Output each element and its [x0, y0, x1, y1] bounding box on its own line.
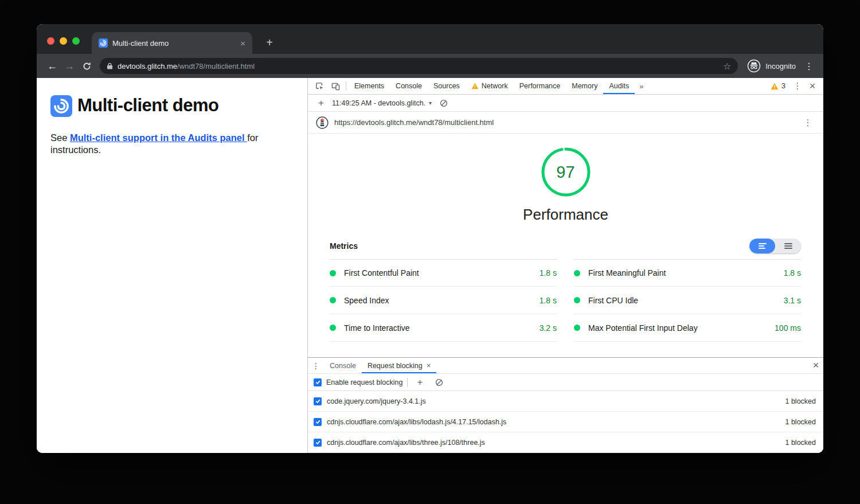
category-title: Performance: [523, 206, 608, 224]
metric-label: Time to Interactive: [344, 323, 410, 333]
page-logo-icon: [50, 95, 72, 117]
toolbar-separator: [346, 81, 346, 91]
drawer-tab-console[interactable]: Console: [324, 358, 362, 373]
performance-score: 97: [540, 146, 592, 198]
blocked-request-row[interactable]: cdnjs.cloudflare.com/ajax/libs/lodash.js…: [308, 412, 823, 432]
enable-request-blocking-label: Enable request blocking: [326, 378, 402, 386]
metric-pass-icon: [574, 325, 580, 331]
back-icon[interactable]: ←: [44, 57, 61, 75]
metrics-toggle-relative-icon[interactable]: [749, 239, 775, 253]
warning-icon: [771, 83, 779, 90]
blocked-request-row[interactable]: cdnjs.cloudflare.com/ajax/libs/three.js/…: [308, 432, 823, 453]
blocked-pattern-url: code.jquery.com/jquery-3.4.1.js: [327, 397, 426, 405]
remove-all-patterns-icon[interactable]: [432, 378, 447, 386]
tab-network-label: Network: [482, 82, 508, 90]
url-path: /wndt78/multiclient.html: [177, 62, 255, 71]
drawer-tab-request-blocking[interactable]: Request blocking ×: [362, 358, 437, 373]
new-audit-icon[interactable]: +: [314, 97, 329, 109]
reload-icon[interactable]: [78, 57, 95, 75]
console-warning-counter[interactable]: 3: [771, 82, 785, 90]
close-window-button[interactable]: [47, 37, 54, 45]
lighthouse-report: 97 Performance Metrics: [308, 134, 823, 357]
lighthouse-icon: [316, 116, 329, 129]
drawer-close-icon[interactable]: ×: [808, 358, 823, 373]
blocked-pattern-checkbox[interactable]: [314, 397, 322, 405]
zoom-window-button[interactable]: [72, 37, 80, 45]
metric-label: First CPU Idle: [588, 296, 638, 305]
metric-label: Speed Index: [344, 296, 389, 305]
metric-label: First Meaningful Paint: [588, 268, 666, 278]
incognito-badge: Incognito: [747, 59, 796, 73]
tab-favicon-icon: [99, 38, 108, 48]
tab-sources[interactable]: Sources: [428, 78, 466, 94]
device-toolbar-icon[interactable]: [327, 78, 343, 94]
metric-label: Max Potential First Input Delay: [588, 323, 698, 333]
audits-support-link[interactable]: Multi-client support in the Audits panel: [70, 132, 247, 143]
devtools-panel: Elements Console Sources Network Perform…: [308, 78, 823, 453]
devtools-menu-icon[interactable]: ⋮: [790, 78, 805, 94]
report-url: https://devtools.glitch.me/wndt78/multic…: [334, 118, 494, 127]
dropdown-caret-icon: ▾: [429, 100, 432, 106]
metric-row: Speed Index 1.8 s: [330, 287, 557, 314]
blocked-pattern-checkbox[interactable]: [314, 439, 322, 447]
clear-audits-icon[interactable]: [436, 99, 451, 107]
tab-memory[interactable]: Memory: [566, 78, 603, 94]
blocked-pattern-url: cdnjs.cloudflare.com/ajax/libs/lodash.js…: [327, 418, 506, 426]
blocked-count: 1 blocked: [785, 418, 816, 426]
metric-value: 1.8 s: [540, 268, 557, 278]
metrics-heading: Metrics: [330, 241, 358, 251]
metric-pass-icon: [330, 297, 336, 303]
metric-pass-icon: [574, 270, 580, 276]
web-page: Multi-client demo See Multi-client suppo…: [37, 78, 308, 453]
url-text: devtools.glitch.me/wndt78/multiclient.ht…: [118, 62, 255, 71]
metric-label: First Contentful Paint: [344, 268, 419, 278]
tab-network[interactable]: Network: [466, 78, 514, 94]
tab-title: Multi-client demo: [112, 39, 236, 48]
metrics-section: Metrics First Co: [308, 224, 823, 342]
browser-window: Multi-client demo × + ← → devtools.glitc…: [37, 24, 823, 453]
tab-console[interactable]: Console: [390, 78, 428, 94]
devtools-close-icon[interactable]: ×: [805, 78, 820, 94]
browser-menu-icon[interactable]: ⋮: [802, 61, 816, 72]
tab-close-icon[interactable]: ×: [240, 39, 245, 48]
bookmark-star-icon[interactable]: ☆: [723, 61, 731, 72]
tab-elements[interactable]: Elements: [349, 78, 390, 94]
metric-value: 3.1 s: [784, 296, 801, 305]
incognito-label: Incognito: [765, 62, 796, 71]
add-pattern-icon[interactable]: +: [412, 374, 427, 390]
inspect-element-icon[interactable]: [311, 78, 327, 94]
blocked-count: 1 blocked: [785, 439, 816, 447]
enable-request-blocking-checkbox[interactable]: [314, 378, 322, 386]
warning-icon: [471, 83, 479, 89]
performance-score-gauge[interactable]: 97: [540, 146, 592, 198]
drawer-tab-close-icon[interactable]: ×: [427, 361, 431, 370]
paragraph-text-before: See: [50, 132, 70, 143]
more-tabs-icon[interactable]: »: [635, 82, 648, 91]
forward-icon[interactable]: →: [61, 57, 78, 75]
content-area: Multi-client demo See Multi-client suppo…: [37, 78, 823, 453]
metric-value: 100 ms: [775, 323, 801, 333]
metric-row: Max Potential First Input Delay 100 ms: [574, 314, 801, 342]
report-menu-icon[interactable]: ⋮: [800, 112, 815, 133]
metrics-grid: First Contentful Paint 1.8 s First Meani…: [330, 259, 801, 342]
blocked-pattern-url: cdnjs.cloudflare.com/ajax/libs/three.js/…: [327, 439, 485, 447]
page-paragraph: See Multi-client support in the Audits p…: [50, 132, 298, 156]
report-url-row: https://devtools.glitch.me/wndt78/multic…: [308, 112, 823, 134]
tab-audits[interactable]: Audits: [603, 78, 635, 94]
metric-pass-icon: [330, 270, 336, 276]
minimize-window-button[interactable]: [60, 37, 67, 45]
tab-performance[interactable]: Performance: [514, 78, 566, 94]
audit-run-selector[interactable]: 11:49:25 AM - devtools.glitch. ▾: [332, 99, 432, 107]
blocked-request-row[interactable]: code.jquery.com/jquery-3.4.1.js 1 blocke…: [308, 391, 823, 412]
blocked-pattern-checkbox[interactable]: [314, 418, 322, 426]
browser-tab[interactable]: Multi-client demo ×: [92, 32, 252, 54]
metric-value: 1.8 s: [784, 268, 801, 278]
metric-value: 1.8 s: [540, 296, 557, 305]
metrics-view-toggle[interactable]: [749, 239, 801, 253]
drawer-menu-icon[interactable]: ⋮: [308, 361, 324, 370]
metric-value: 3.2 s: [540, 323, 557, 333]
metrics-toggle-list-icon[interactable]: [775, 239, 801, 253]
omnibox[interactable]: devtools.glitch.me/wndt78/multiclient.ht…: [100, 58, 738, 74]
new-tab-button[interactable]: +: [261, 34, 277, 50]
metric-row: First Contentful Paint 1.8 s: [330, 259, 557, 287]
